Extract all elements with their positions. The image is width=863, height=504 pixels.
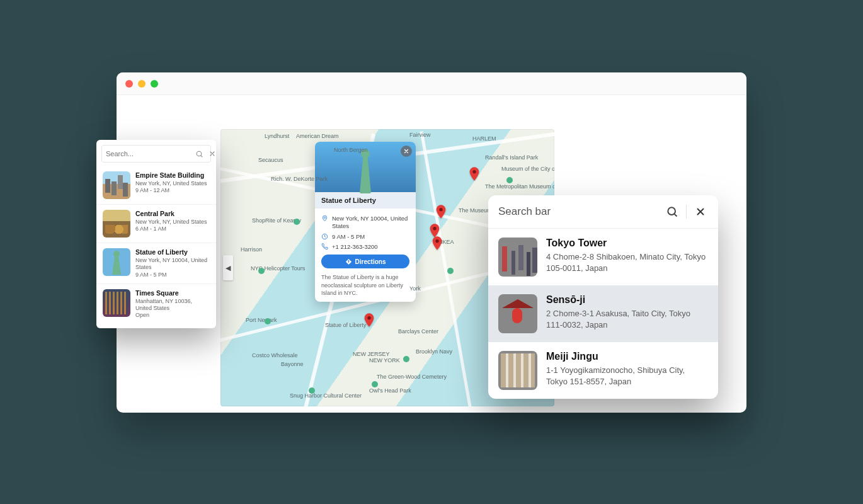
map-poi-dot (506, 177, 513, 183)
place-description: The Statue of Liberty is a huge neoclass… (321, 273, 409, 296)
list-item[interactable]: Meiji Jingu1-1 Yoyogikamizonocho, Shibuy… (488, 342, 718, 399)
place-subtitle: 2 Chome-3-1 Asakusa, Taito City, Tokyo 1… (546, 308, 708, 330)
map-label: Rich. W. DeKorte Park (271, 176, 328, 182)
svg-point-8 (668, 207, 675, 215)
map-label: The Green-Wood Cemetery (377, 374, 447, 380)
map-label: NEW YORK (369, 357, 400, 364)
search-results-panel-large: Tokyo Tower4 Chome-2-8 Shibakoen, Minato… (488, 195, 718, 399)
place-title: Meiji Jingu (546, 351, 708, 362)
map-poi-dot (309, 387, 315, 394)
window-close-button[interactable] (125, 80, 133, 88)
place-title: Empire State Building (135, 171, 210, 179)
place-hours: 9 AM - 5 PM (332, 233, 365, 241)
directions-icon (345, 258, 352, 265)
map-label: Randall's Island Park (485, 154, 538, 161)
map-pin-icon[interactable] (430, 224, 440, 234)
map-pin-icon[interactable] (436, 205, 446, 215)
place-meta: 9 AM - 12 AM (135, 187, 210, 194)
place-title: Times Square (135, 289, 210, 297)
place-thumbnail (103, 210, 130, 238)
map-label: Lyndhurst (265, 133, 289, 139)
place-meta: 9 AM - 5 PM (135, 272, 210, 278)
map-pin-label: Statue of Liberty (325, 322, 367, 328)
place-subtitle: 1-1 Yoyogikamizonocho, Shibuya City, Tok… (546, 365, 708, 387)
place-title: Statue of Liberty (135, 248, 210, 256)
map-label: Fairview (409, 132, 431, 138)
statue-of-liberty-icon (356, 149, 375, 193)
window-maximize-button[interactable] (151, 80, 158, 88)
map-label: HARLEM (472, 135, 496, 142)
map-label: NEW JERSEY (353, 351, 390, 357)
place-address: New York, NY 10004, United States (332, 215, 409, 231)
place-subtitle: 4 Chome-2-8 Shibakoen, Minato City, Toky… (546, 251, 708, 273)
svg-point-7 (197, 151, 202, 156)
place-info-card: Statue of Liberty New York, NY 10004, Un… (315, 142, 416, 302)
clock-icon (321, 233, 328, 240)
search-input[interactable] (498, 205, 658, 218)
place-title: Tokyo Tower (546, 238, 708, 249)
svg-point-4 (433, 227, 436, 230)
place-phone-row: +1 212-363-3200 (321, 243, 409, 251)
directions-label: Directions (355, 258, 386, 265)
map-poi-dot (258, 268, 265, 274)
map-label: York (409, 285, 421, 292)
window-minimize-button[interactable] (138, 80, 146, 88)
map-label: North Bergen (334, 147, 368, 153)
place-subtitle: Manhattan, NY 10036, United States (135, 298, 210, 312)
map-label: Snug Harbor Cultural Center (290, 392, 362, 399)
place-hours-row: 9 AM - 5 PM (321, 233, 409, 241)
list-item[interactable]: Central ParkNew York, NY, United States6… (96, 204, 216, 243)
place-phone: +1 212-363-3200 (332, 243, 378, 251)
search-bar-large (488, 195, 718, 228)
map-label: Bayonne (281, 361, 304, 367)
map-label: Owl's Head Park (369, 387, 411, 394)
search-input[interactable] (106, 150, 193, 158)
map-pin-icon (321, 215, 328, 222)
map-label: IKEA (441, 239, 454, 245)
clear-icon[interactable] (209, 150, 216, 158)
map-label: Harrison (241, 246, 262, 253)
directions-button[interactable]: Directions (321, 255, 409, 268)
place-thumbnail (498, 238, 537, 277)
map-poi-dot (447, 268, 454, 274)
map-poi-dot (294, 219, 300, 225)
map-pin-icon[interactable] (364, 313, 374, 323)
place-thumbnail (498, 294, 537, 333)
search-icon[interactable] (665, 204, 680, 219)
place-subtitle: New York, NY 10004, United States (135, 257, 210, 272)
map-label: Costco Wholesale (252, 352, 298, 358)
clear-icon[interactable] (693, 204, 708, 219)
svg-point-6 (367, 316, 370, 319)
map-pin-icon[interactable] (432, 236, 442, 246)
map-collapse-panel-button[interactable]: ◀ (223, 255, 233, 280)
place-subtitle: New York, NY, United States (135, 180, 210, 187)
search-results-panel-small: Empire State BuildingNew York, NY, Unite… (96, 140, 216, 328)
svg-point-2 (472, 170, 476, 173)
map-poi-dot (372, 381, 378, 387)
svg-point-5 (435, 239, 438, 243)
map-label: The Metropolitan Museum of Art (485, 183, 554, 190)
place-thumbnail (498, 351, 537, 390)
map-poi-dot (265, 318, 271, 324)
svg-point-3 (439, 208, 442, 211)
list-item[interactable]: Sensō-ji2 Chome-3-1 Asakusa, Taito City,… (488, 285, 718, 342)
place-meta: 6 AM - 1 AM (135, 226, 210, 232)
map-label: Secaucus (258, 157, 283, 163)
window-titlebar (117, 72, 746, 95)
place-meta: Open (135, 312, 210, 319)
close-icon[interactable] (401, 146, 412, 157)
map-label: Port Newark (246, 317, 277, 323)
place-title: Central Park (135, 210, 210, 217)
search-icon[interactable] (195, 150, 203, 158)
map-pin-icon[interactable] (469, 167, 479, 177)
place-subtitle: New York, NY, United States (135, 219, 210, 226)
list-item[interactable]: Tokyo Tower4 Chome-2-8 Shibakoen, Minato… (488, 229, 718, 285)
list-item[interactable]: Statue of LibertyNew York, NY 10004, Uni… (96, 243, 216, 284)
svg-point-0 (324, 217, 325, 218)
map-label: Brooklyn Navy (416, 348, 452, 355)
list-item[interactable]: Times SquareManhattan, NY 10036, United … (96, 284, 216, 324)
place-thumbnail (103, 248, 130, 276)
list-item[interactable]: Empire State BuildingNew York, NY, Unite… (96, 166, 216, 204)
map-label: American Dream (296, 133, 339, 139)
place-thumbnail (103, 171, 130, 199)
